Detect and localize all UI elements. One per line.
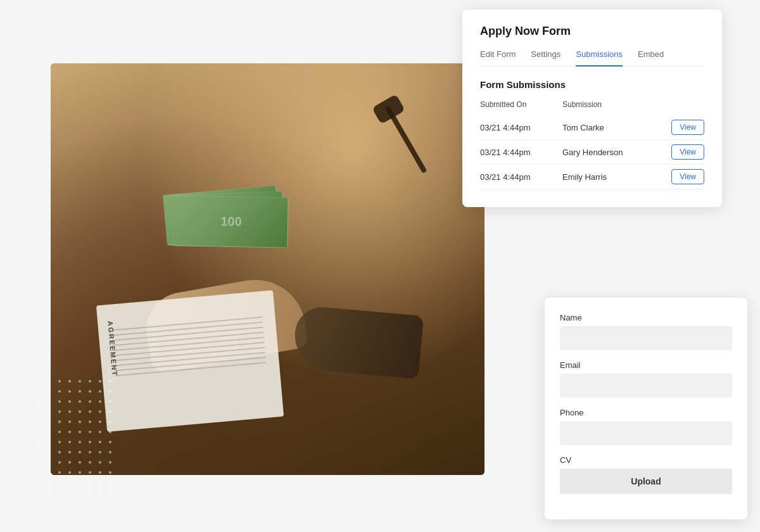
dot <box>99 421 101 423</box>
dot <box>99 451 101 453</box>
dot <box>48 471 51 474</box>
email-input-display[interactable] <box>560 374 732 398</box>
tab-settings[interactable]: Settings <box>531 49 560 66</box>
row-name-3: Emily Harris <box>562 172 666 182</box>
dot <box>48 431 51 433</box>
dot <box>38 471 41 474</box>
dot <box>79 451 81 453</box>
cv-label: CV <box>560 455 732 465</box>
doc-lines <box>111 317 267 381</box>
dot <box>48 400 51 403</box>
dot <box>68 410 71 413</box>
dot <box>99 441 101 443</box>
form-group-name: Name <box>560 313 732 350</box>
dot <box>68 491 71 494</box>
upload-button[interactable]: Upload <box>560 469 732 494</box>
page-container: Apply Now Form Edit Form Settings Submis… <box>0 0 760 532</box>
dot <box>38 461 41 464</box>
form-group-cv: CV Upload <box>560 455 732 494</box>
dot <box>48 481 51 484</box>
table-row: 03/21 4:44pm Gary Henderson View <box>480 140 704 165</box>
dot <box>109 441 111 443</box>
dot <box>58 451 61 453</box>
dot <box>89 491 91 494</box>
submissions-panel: Apply Now Form Edit Form Settings Submis… <box>462 10 722 207</box>
dot <box>89 451 91 453</box>
submissions-table: Submitted On Submission 03/21 4:44pm Tom… <box>480 100 704 189</box>
dot <box>89 390 91 393</box>
dot <box>58 421 61 423</box>
dot <box>79 380 81 383</box>
dot <box>79 461 81 464</box>
dot <box>99 410 101 413</box>
name-input-display[interactable] <box>560 326 732 350</box>
tab-bar: Edit Form Settings Submissions Embed <box>480 49 704 66</box>
dot <box>89 400 91 403</box>
dot <box>38 421 41 423</box>
dot <box>58 491 61 494</box>
view-button-2[interactable]: View <box>671 144 704 160</box>
dot <box>79 431 81 433</box>
dot <box>38 380 41 383</box>
dot <box>38 400 41 403</box>
dot <box>99 461 101 464</box>
dot <box>48 461 51 464</box>
dot <box>79 390 81 393</box>
tab-submissions[interactable]: Submissions <box>576 49 623 66</box>
dot <box>48 451 51 453</box>
dot <box>89 481 91 484</box>
dot <box>99 380 101 383</box>
dot <box>68 461 71 464</box>
row-name-2: Gary Henderson <box>562 148 666 157</box>
bill-3 <box>174 195 288 248</box>
dot <box>58 481 61 484</box>
dot <box>89 471 91 474</box>
view-button-1[interactable]: View <box>671 120 704 135</box>
row-name-1: Tom Clarke <box>562 123 666 132</box>
dot <box>68 380 71 383</box>
dot <box>58 461 61 464</box>
view-button-3[interactable]: View <box>671 169 704 184</box>
dot <box>89 380 91 383</box>
row-date-2: 03/21 4:44pm <box>480 148 562 157</box>
dot <box>109 461 111 464</box>
dot <box>99 481 101 484</box>
dot <box>58 441 61 443</box>
dot <box>38 390 41 393</box>
table-row: 03/21 4:44pm Tom Clarke View <box>480 115 704 140</box>
dot <box>109 390 111 393</box>
dot <box>89 410 91 413</box>
name-label: Name <box>560 313 732 322</box>
dot <box>109 431 111 433</box>
tab-embed[interactable]: Embed <box>638 49 664 66</box>
dot <box>89 441 91 443</box>
dot <box>38 441 41 443</box>
dot <box>48 491 51 494</box>
tab-edit-form[interactable]: Edit Form <box>480 49 516 66</box>
dot <box>38 410 41 413</box>
dot <box>89 431 91 433</box>
dot <box>79 441 81 443</box>
dot <box>38 491 41 494</box>
dot <box>68 431 71 433</box>
dot <box>99 431 101 433</box>
dot <box>48 380 51 383</box>
dot <box>48 421 51 423</box>
phone-input-display[interactable] <box>560 421 732 445</box>
dot <box>79 471 81 474</box>
row-action-1: View <box>666 120 704 135</box>
dot <box>68 451 71 453</box>
email-label: Email <box>560 360 732 370</box>
dot <box>79 491 81 494</box>
dot <box>99 491 101 494</box>
dot <box>99 471 101 474</box>
col-header-date: Submitted On <box>480 100 562 109</box>
dot <box>58 400 61 403</box>
dot <box>68 421 71 423</box>
panel-title: Apply Now Form <box>480 25 704 38</box>
dot <box>109 491 111 494</box>
dot <box>79 481 81 484</box>
gavel-decoration <box>385 105 428 174</box>
dot <box>109 421 111 423</box>
form-group-phone: Phone <box>560 408 732 445</box>
